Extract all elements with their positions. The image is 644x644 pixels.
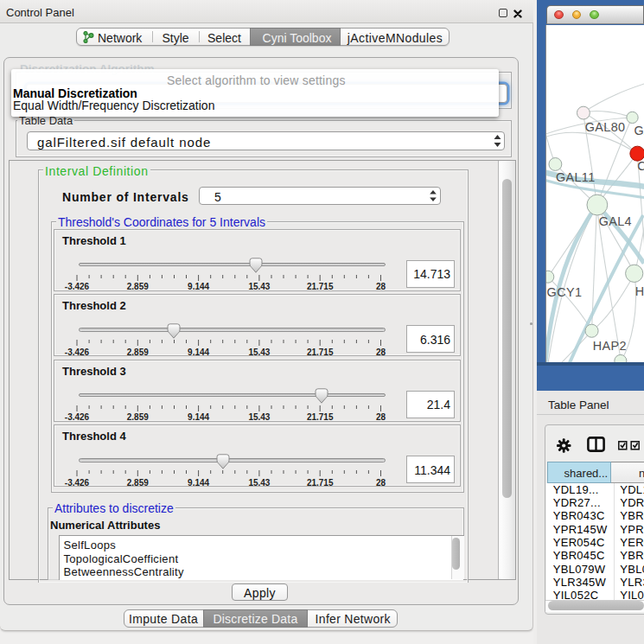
svg-text:GCY1: GCY1	[547, 284, 583, 298]
svg-text:GAL80: GAL80	[585, 119, 626, 133]
svg-text:GAL11: GAL11	[556, 169, 596, 183]
svg-text:CA: CA	[638, 159, 644, 173]
svg-text:HA: HA	[635, 284, 644, 297]
svg-text:GA: GA	[634, 124, 644, 137]
svg-text:HAP2: HAP2	[593, 338, 627, 352]
svg-text:GAL4: GAL4	[599, 214, 632, 228]
